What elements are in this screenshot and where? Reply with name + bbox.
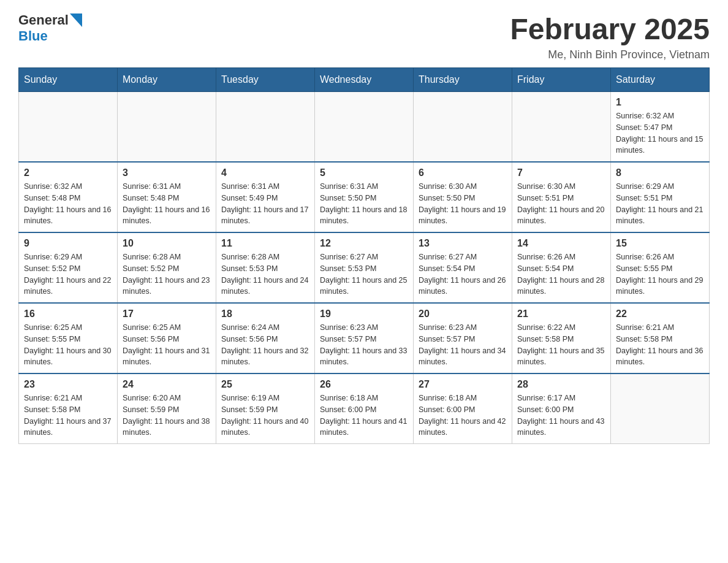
- day-info: Sunrise: 6:28 AMSunset: 5:53 PMDaylight:…: [221, 251, 309, 297]
- day-info: Sunrise: 6:26 AMSunset: 5:55 PMDaylight:…: [616, 251, 704, 297]
- logo-triangle-icon: [70, 13, 82, 27]
- day-number: 11: [221, 238, 309, 249]
- day-number: 24: [123, 379, 211, 390]
- weekday-header-sunday: Sunday: [19, 68, 118, 92]
- day-info: Sunrise: 6:31 AMSunset: 5:50 PMDaylight:…: [320, 181, 408, 227]
- title-area: February 2025 Me, Ninh Binh Province, Vi…: [510, 12, 710, 61]
- day-info: Sunrise: 6:28 AMSunset: 5:52 PMDaylight:…: [123, 251, 211, 297]
- day-number: 2: [24, 167, 112, 178]
- day-number: 20: [419, 308, 507, 320]
- day-number: 13: [419, 238, 507, 249]
- calendar-cell: 25Sunrise: 6:19 AMSunset: 5:59 PMDayligh…: [216, 373, 315, 444]
- calendar-cell: 8Sunrise: 6:29 AMSunset: 5:51 PMDaylight…: [611, 162, 710, 232]
- calendar-cell: 18Sunrise: 6:24 AMSunset: 5:56 PMDayligh…: [216, 303, 315, 373]
- day-info: Sunrise: 6:23 AMSunset: 5:57 PMDaylight:…: [320, 322, 408, 368]
- weekday-header-row: SundayMondayTuesdayWednesdayThursdayFrid…: [19, 68, 710, 92]
- calendar-cell: [216, 92, 315, 163]
- month-title: February 2025: [510, 12, 710, 46]
- calendar-cell: 19Sunrise: 6:23 AMSunset: 5:57 PMDayligh…: [315, 303, 414, 373]
- day-number: 21: [517, 308, 605, 320]
- day-info: Sunrise: 6:31 AMSunset: 5:48 PMDaylight:…: [123, 181, 211, 227]
- day-info: Sunrise: 6:22 AMSunset: 5:58 PMDaylight:…: [517, 322, 605, 368]
- day-info: Sunrise: 6:32 AMSunset: 5:48 PMDaylight:…: [24, 181, 112, 227]
- day-info: Sunrise: 6:29 AMSunset: 5:52 PMDaylight:…: [24, 251, 112, 297]
- calendar-cell: 28Sunrise: 6:17 AMSunset: 6:00 PMDayligh…: [512, 373, 611, 444]
- weekday-header-friday: Friday: [512, 68, 611, 92]
- calendar-cell: 15Sunrise: 6:26 AMSunset: 5:55 PMDayligh…: [611, 232, 710, 303]
- day-info: Sunrise: 6:26 AMSunset: 5:54 PMDaylight:…: [517, 251, 605, 297]
- day-info: Sunrise: 6:25 AMSunset: 5:56 PMDaylight:…: [123, 322, 211, 368]
- day-number: 10: [123, 238, 211, 249]
- day-info: Sunrise: 6:29 AMSunset: 5:51 PMDaylight:…: [616, 181, 704, 227]
- day-number: 14: [517, 238, 605, 249]
- day-info: Sunrise: 6:27 AMSunset: 5:53 PMDaylight:…: [320, 251, 408, 297]
- calendar-cell: 27Sunrise: 6:18 AMSunset: 6:00 PMDayligh…: [414, 373, 512, 444]
- day-info: Sunrise: 6:30 AMSunset: 5:51 PMDaylight:…: [517, 181, 605, 227]
- calendar-cell: 16Sunrise: 6:25 AMSunset: 5:55 PMDayligh…: [19, 303, 118, 373]
- weekday-header-saturday: Saturday: [611, 68, 710, 92]
- calendar-cell: [611, 373, 710, 444]
- calendar-cell: 10Sunrise: 6:28 AMSunset: 5:52 PMDayligh…: [118, 232, 216, 303]
- day-info: Sunrise: 6:17 AMSunset: 6:00 PMDaylight:…: [517, 393, 605, 439]
- weekday-header-thursday: Thursday: [414, 68, 512, 92]
- day-number: 4: [221, 167, 309, 178]
- day-info: Sunrise: 6:20 AMSunset: 5:59 PMDaylight:…: [123, 393, 211, 439]
- weekday-header-tuesday: Tuesday: [216, 68, 315, 92]
- weekday-header-monday: Monday: [118, 68, 216, 92]
- day-number: 8: [616, 167, 704, 178]
- calendar-cell: 14Sunrise: 6:26 AMSunset: 5:54 PMDayligh…: [512, 232, 611, 303]
- day-info: Sunrise: 6:30 AMSunset: 5:50 PMDaylight:…: [419, 181, 507, 227]
- svg-marker-0: [70, 13, 82, 27]
- calendar-week-row: 9Sunrise: 6:29 AMSunset: 5:52 PMDaylight…: [19, 232, 710, 303]
- calendar-cell: 20Sunrise: 6:23 AMSunset: 5:57 PMDayligh…: [414, 303, 512, 373]
- calendar-week-row: 1Sunrise: 6:32 AMSunset: 5:47 PMDaylight…: [19, 92, 710, 163]
- calendar-cell: 17Sunrise: 6:25 AMSunset: 5:56 PMDayligh…: [118, 303, 216, 373]
- day-number: 23: [24, 379, 112, 390]
- day-number: 7: [517, 167, 605, 178]
- calendar-cell: [315, 92, 414, 163]
- logo-blue-text: Blue: [18, 28, 48, 44]
- calendar-cell: 4Sunrise: 6:31 AMSunset: 5:49 PMDaylight…: [216, 162, 315, 232]
- calendar-cell: 22Sunrise: 6:21 AMSunset: 5:58 PMDayligh…: [611, 303, 710, 373]
- calendar-cell: 2Sunrise: 6:32 AMSunset: 5:48 PMDaylight…: [19, 162, 118, 232]
- calendar-cell: 6Sunrise: 6:30 AMSunset: 5:50 PMDaylight…: [414, 162, 512, 232]
- calendar-cell: 23Sunrise: 6:21 AMSunset: 5:58 PMDayligh…: [19, 373, 118, 444]
- day-number: 17: [123, 308, 211, 320]
- calendar-cell: 3Sunrise: 6:31 AMSunset: 5:48 PMDaylight…: [118, 162, 216, 232]
- day-info: Sunrise: 6:18 AMSunset: 6:00 PMDaylight:…: [419, 393, 507, 439]
- calendar-cell: 13Sunrise: 6:27 AMSunset: 5:54 PMDayligh…: [414, 232, 512, 303]
- calendar-cell: 12Sunrise: 6:27 AMSunset: 5:53 PMDayligh…: [315, 232, 414, 303]
- calendar-week-row: 2Sunrise: 6:32 AMSunset: 5:48 PMDaylight…: [19, 162, 710, 232]
- calendar-cell: [414, 92, 512, 163]
- day-info: Sunrise: 6:32 AMSunset: 5:47 PMDaylight:…: [616, 110, 704, 156]
- day-number: 25: [221, 379, 309, 390]
- day-number: 28: [517, 379, 605, 390]
- calendar-cell: 5Sunrise: 6:31 AMSunset: 5:50 PMDaylight…: [315, 162, 414, 232]
- calendar-cell: [118, 92, 216, 163]
- day-info: Sunrise: 6:25 AMSunset: 5:55 PMDaylight:…: [24, 322, 112, 368]
- calendar-cell: 9Sunrise: 6:29 AMSunset: 5:52 PMDaylight…: [19, 232, 118, 303]
- calendar-cell: 11Sunrise: 6:28 AMSunset: 5:53 PMDayligh…: [216, 232, 315, 303]
- day-number: 19: [320, 308, 408, 320]
- day-number: 12: [320, 238, 408, 249]
- calendar-cell: 7Sunrise: 6:30 AMSunset: 5:51 PMDaylight…: [512, 162, 611, 232]
- day-number: 3: [123, 167, 211, 178]
- day-number: 16: [24, 308, 112, 320]
- day-info: Sunrise: 6:19 AMSunset: 5:59 PMDaylight:…: [221, 393, 309, 439]
- location-text: Me, Ninh Binh Province, Vietnam: [510, 48, 710, 61]
- day-info: Sunrise: 6:31 AMSunset: 5:49 PMDaylight:…: [221, 181, 309, 227]
- day-info: Sunrise: 6:21 AMSunset: 5:58 PMDaylight:…: [24, 393, 112, 439]
- day-number: 26: [320, 379, 408, 390]
- day-number: 18: [221, 308, 309, 320]
- day-number: 1: [616, 97, 704, 108]
- calendar-week-row: 23Sunrise: 6:21 AMSunset: 5:58 PMDayligh…: [19, 373, 710, 444]
- day-info: Sunrise: 6:18 AMSunset: 6:00 PMDaylight:…: [320, 393, 408, 439]
- day-number: 22: [616, 308, 704, 320]
- calendar-cell: 21Sunrise: 6:22 AMSunset: 5:58 PMDayligh…: [512, 303, 611, 373]
- logo-general-text: General: [18, 12, 69, 28]
- day-number: 5: [320, 167, 408, 178]
- day-info: Sunrise: 6:24 AMSunset: 5:56 PMDaylight:…: [221, 322, 309, 368]
- calendar-cell: [19, 92, 118, 163]
- calendar-table: SundayMondayTuesdayWednesdayThursdayFrid…: [18, 67, 710, 444]
- weekday-header-wednesday: Wednesday: [315, 68, 414, 92]
